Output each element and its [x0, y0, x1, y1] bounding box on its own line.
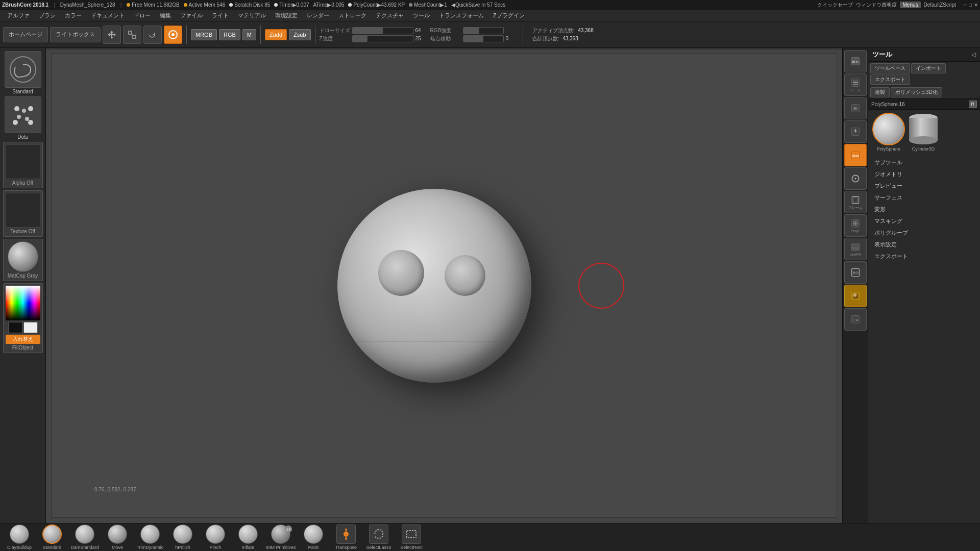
strip-transparent[interactable]: 透明: [844, 261, 867, 284]
thumb-polysphere[interactable]: PolySphere: [872, 113, 905, 152]
strip-print[interactable]: PolyF: [844, 214, 867, 237]
alpha-panel[interactable]: Alpha Off: [3, 142, 43, 188]
tool-panel-arrow[interactable]: ◁: [971, 51, 976, 58]
scale-icon-btn[interactable]: [123, 26, 141, 44]
m-button[interactable]: M: [242, 29, 256, 40]
tool-damstandard[interactable]: DamStandard: [69, 524, 100, 550]
menu-color[interactable]: カラー: [61, 11, 86, 20]
rgb-intensity-track[interactable]: [463, 27, 504, 34]
menu-tool[interactable]: ツール: [409, 11, 434, 20]
menu-draw[interactable]: ドロー: [130, 11, 155, 20]
brush-standard-label: Standard: [12, 89, 33, 94]
home-button[interactable]: ホームページ: [3, 27, 48, 42]
canvas-inner[interactable]: [51, 53, 837, 518]
active-mem: Active Mem 546: [184, 2, 226, 8]
subtool-menu[interactable]: サブツール: [868, 157, 980, 168]
close-btn[interactable]: ✕: [974, 2, 978, 8]
menu-preferences[interactable]: 環境設定: [271, 11, 302, 20]
sphere-bump-right: [445, 255, 485, 296]
zsub-button[interactable]: Zsub: [289, 29, 310, 40]
strip-solo[interactable]: ソロ: [844, 308, 867, 331]
tool-pinch[interactable]: Pinch: [200, 524, 231, 550]
tool-imm[interactable]: 14 IMM Primitives: [265, 524, 296, 550]
strip-base[interactable]: ベース: [844, 73, 867, 96]
tool-selectlasso[interactable]: SelectLasso: [363, 524, 394, 550]
tool-trimdynamic[interactable]: TrimDynamic: [135, 524, 165, 550]
menu-edit[interactable]: 編集: [156, 11, 175, 20]
export-menu[interactable]: エクスポート: [868, 251, 980, 262]
strip-qxyz[interactable]: Qxyz: [844, 144, 867, 166]
main-sphere: [337, 189, 531, 383]
tool-claybuildup[interactable]: ClayBuildup: [4, 524, 35, 550]
polygroup-menu[interactable]: ポリグループ: [868, 227, 980, 239]
strip-linefill[interactable]: LineFill: [844, 238, 867, 260]
strip-3d[interactable]: 3D: [844, 97, 867, 119]
strip-bpr[interactable]: BPR: [844, 50, 867, 72]
texture-panel[interactable]: Texture Off: [3, 190, 43, 237]
tool-selectrect[interactable]: SelectRect: [396, 524, 427, 550]
svg-rect-27: [853, 198, 857, 202]
white-swatch[interactable]: [23, 322, 38, 333]
black-swatch[interactable]: [8, 322, 22, 333]
focal-track[interactable]: [463, 35, 504, 42]
menu-light[interactable]: ライト: [208, 11, 233, 20]
z-intensity-track[interactable]: [352, 35, 413, 42]
tool-base-btn[interactable]: ツールベース: [870, 63, 910, 73]
sliders-group: ドローサイズ 64 Z強度 25: [320, 27, 428, 42]
minimize-btn[interactable]: ─: [963, 2, 967, 8]
tool-transpose[interactable]: Transpose: [331, 524, 361, 550]
maximize-btn[interactable]: □: [969, 2, 972, 8]
polysphere-r-btn[interactable]: R: [969, 101, 977, 108]
draw-size-track[interactable]: [352, 27, 413, 34]
active-tool-btn[interactable]: [164, 26, 182, 44]
import-btn[interactable]: インポート: [911, 63, 946, 73]
tool-hpolish[interactable]: hPolish: [167, 524, 198, 550]
lightbox-button[interactable]: ライトボックス: [50, 27, 101, 42]
preview-menu[interactable]: プレビュー: [868, 180, 980, 192]
rotate-icon-btn[interactable]: [143, 26, 162, 44]
matcap-panel[interactable]: MatCap Gray: [3, 239, 43, 281]
color-picker[interactable]: 入れ替え FillObject: [3, 283, 43, 353]
display-menu[interactable]: 表示設定: [868, 239, 980, 251]
strip-move[interactable]: [844, 120, 867, 143]
menu-alpha[interactable]: アルファ: [3, 11, 34, 20]
menu-render[interactable]: レンダー: [303, 11, 333, 20]
poly3d-btn[interactable]: ポリメッシュ3D化: [891, 87, 942, 97]
strip-circle[interactable]: [844, 167, 867, 190]
geometry-menu[interactable]: ジオメトリ: [868, 168, 980, 180]
mrgb-button[interactable]: MRGB: [191, 29, 217, 40]
tool-selectrect-label: SelectRect: [400, 545, 423, 550]
menu-document[interactable]: ドキュメント: [87, 11, 129, 20]
menu-stroke[interactable]: ストローク: [334, 11, 371, 20]
transform-menu[interactable]: 変形: [868, 204, 980, 215]
strip-frame[interactable]: フレーム: [844, 191, 867, 213]
masking-menu[interactable]: マスキング: [868, 215, 980, 227]
canvas-area[interactable]: 0.76,-0.582,-0.287: [46, 48, 842, 523]
tool-inflate[interactable]: Inflate: [233, 524, 263, 550]
strip-material[interactable]: [844, 285, 867, 307]
color-gradient-canvas[interactable]: [6, 286, 40, 320]
clone-btn[interactable]: 複製: [870, 87, 890, 97]
thumb-cylinder[interactable]: Cylinder3D: [908, 113, 939, 152]
menu-brush[interactable]: ブラシ: [35, 11, 60, 20]
move-icon-btn[interactable]: [103, 26, 121, 44]
menu-file[interactable]: ファイル: [176, 11, 207, 20]
tool-standard[interactable]: Standard: [37, 524, 67, 550]
tool-move[interactable]: Move: [102, 524, 133, 550]
menu-texture[interactable]: テクスチャ: [372, 11, 408, 20]
menu-zplugin[interactable]: Zプラグイン: [489, 11, 529, 20]
export-btn[interactable]: エクスポート: [870, 74, 910, 85]
brush-dots[interactable]: Dots: [3, 96, 43, 140]
tool-paint[interactable]: Paint: [298, 524, 329, 550]
top-right-controls: クイックセーブ ウィンドウ透明度 Menus DefaultZScript ─ …: [817, 2, 978, 9]
rgb-button[interactable]: RGB: [219, 29, 240, 40]
swap-button[interactable]: 入れ替え: [6, 335, 40, 344]
surface-menu[interactable]: サーフェス: [868, 192, 980, 204]
menus-button[interactable]: Menus: [900, 2, 920, 8]
brush-standard[interactable]: Standard: [3, 51, 43, 94]
right-tool-strip: BPR ベース 3D: [842, 48, 868, 523]
menu-material[interactable]: マテリアル: [234, 11, 270, 20]
zadd-button[interactable]: Zadd: [265, 29, 287, 40]
menu-transform[interactable]: トランスフォーム: [435, 11, 488, 20]
sphere-container: [337, 189, 531, 383]
